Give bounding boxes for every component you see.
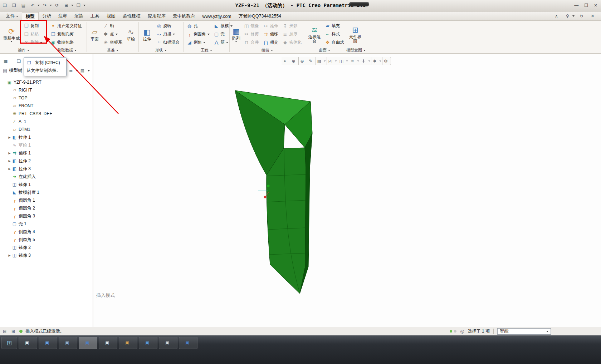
mirror-button[interactable]: ◫ 镜像 <box>242 22 261 30</box>
quick-access-button[interactable]: ❐ <box>76 3 85 8</box>
ribbon-tab[interactable]: 柔性建模 <box>119 12 144 20</box>
group-label-model-intent[interactable]: 模型意图 <box>345 47 367 53</box>
ribbon-tab[interactable]: 文件 <box>2 12 22 20</box>
statusbar-toggle-button[interactable]: ⊟ <box>3 329 8 334</box>
pattern-button[interactable]: ▦ 阵列 <box>231 22 241 47</box>
group-label-datum[interactable]: 基准 <box>87 47 138 53</box>
ribbon-tab[interactable]: 分析 <box>39 12 55 20</box>
ribbon-utility-button[interactable]: ⚲ <box>565 14 575 19</box>
solidify-button[interactable]: ◆ 实体化 <box>281 38 304 46</box>
tree-item[interactable]: ▶ ◧ 拉伸 2 <box>0 157 93 165</box>
thicken-button[interactable]: ≣ 加厚 <box>281 30 304 38</box>
tree-item[interactable]: ▶ ╭ 倒圆角 1 <box>0 196 93 204</box>
view-toolbar-button[interactable]: ✎ <box>307 57 316 65</box>
freestyle-button[interactable]: ❖ 自由式 <box>323 38 346 46</box>
quick-access-button[interactable]: ⟳ <box>54 3 61 8</box>
delete-button[interactable]: ✕ 删除 <box>22 38 44 46</box>
point-button[interactable]: ✱ 点 <box>101 30 124 38</box>
ribbon-tab[interactable]: 视图 <box>103 12 119 20</box>
plane-button[interactable]: ▱ 平面 <box>88 22 101 47</box>
copy-button[interactable]: ❐ 复制 <box>22 22 44 30</box>
tree-item[interactable]: ▶ ◫ 镜像 3 <box>0 251 93 259</box>
ribbon-tab[interactable]: 万老师QQ734482554 <box>235 12 285 20</box>
expand-arrow-icon[interactable]: ▶ <box>7 167 12 171</box>
quick-access-button[interactable]: ⊞ <box>64 3 73 8</box>
tree-item[interactable]: ▶ ◣ 拔模斜度 1 <box>0 188 93 196</box>
view-toolbar-button[interactable]: ❖ <box>371 57 382 65</box>
taskbar-app-button[interactable]: ▣ <box>99 337 117 349</box>
regenerate-button[interactable]: ⟳ 重新生成 <box>2 22 21 47</box>
group-label-operations[interactable]: 操作 <box>1 47 47 53</box>
ribbon-tab[interactable]: www.yzfjy.com <box>199 12 235 20</box>
udf-button[interactable]: ✦ 用户定义特征 <box>49 22 84 30</box>
maximize-button[interactable]: ❐ <box>584 3 588 8</box>
tree-item[interactable]: ▶ ╭ 倒圆角 5 <box>0 236 93 244</box>
tree-item[interactable]: ▶ ▱ RIGHT <box>0 86 93 94</box>
ribbon-tab[interactable]: 应用程序 <box>144 12 169 20</box>
selection-filter-dropdown[interactable]: 智能 <box>497 328 551 335</box>
minimize-button[interactable]: — <box>574 3 578 8</box>
statusbar-toggle-button[interactable]: ⊞ <box>11 329 16 334</box>
view-toolbar-button[interactable]: ◫ <box>338 57 349 65</box>
tree-filter-button[interactable]: ≔ <box>68 68 78 73</box>
view-toolbar-button[interactable]: ⌗ <box>349 57 360 65</box>
quick-access-button[interactable]: ↶ <box>30 3 40 8</box>
swept-blend-button[interactable]: ≈ 扫描混合 <box>155 38 181 46</box>
shrinkwrap-button[interactable]: ◉ 收缩包络 <box>49 38 84 46</box>
offset-button[interactable]: ⇉ 偏移 <box>262 30 280 38</box>
tree-item[interactable]: ▶ ∿ 草绘 1 <box>0 141 93 149</box>
taskbar-app-button[interactable]: ▣ <box>39 337 57 349</box>
sweep-button[interactable]: ↝ 扫描 <box>155 30 181 38</box>
expand-arrow-icon[interactable]: ▶ <box>7 136 12 139</box>
merge-button[interactable]: ⊓ 合并 <box>242 38 261 46</box>
intersect-button[interactable]: ⋂ 相交 <box>262 38 280 46</box>
tree-item[interactable]: ▶ ▱ FRONT <box>0 102 93 110</box>
ribbon-tab[interactable]: 工具 <box>87 12 103 20</box>
tree-item[interactable]: ▶ ╭ 倒圆角 3 <box>0 212 93 220</box>
ribbon-tab[interactable]: 云中帆教育 <box>169 12 199 20</box>
fill-button[interactable]: ▰ 填充 <box>323 22 346 30</box>
hole-button[interactable]: ◍ 孔 <box>185 22 211 30</box>
view-toolbar-button[interactable]: ▧ <box>316 57 327 65</box>
expand-arrow-icon[interactable]: ▶ <box>7 254 12 257</box>
ribbon-tab[interactable]: 注释 <box>55 12 71 20</box>
tree-item[interactable]: ▶ ✳ PRT_CSYS_DEF <box>0 110 93 118</box>
paste-button[interactable]: ❏ 粘贴 <box>22 30 44 38</box>
tree-item[interactable]: ▶ ◫ 镜像 2 <box>0 244 93 251</box>
view-toolbar-button[interactable]: ⊖ <box>299 57 307 65</box>
tree-item[interactable]: ▶ ▣ YZF-9-21.PRT <box>0 78 93 86</box>
tree-item[interactable]: ▶ ╭ 倒圆角 4 <box>0 228 93 236</box>
tree-item[interactable]: ▶ ◧ 拉伸 3 <box>0 165 93 173</box>
tree-item[interactable]: ▶ ⇉ 偏移 1 <box>0 149 93 157</box>
quick-access-button[interactable]: ↷ <box>42 3 52 8</box>
panel-toolbar-button[interactable]: ❏ <box>17 58 22 64</box>
3d-model-viewport[interactable] <box>93 54 601 327</box>
tree-item[interactable]: ▶ ◫ 镜像 1 <box>0 181 93 188</box>
tree-item[interactable]: ▶ ▱ DTM1 <box>0 126 93 133</box>
group-label-get-data[interactable]: 获取数据 <box>48 47 86 53</box>
taskbar-app-button[interactable]: ▣ <box>119 337 137 349</box>
taskbar-app-button[interactable]: ▣ <box>159 337 177 349</box>
group-label-editing[interactable]: 编辑 <box>230 47 304 53</box>
expand-arrow-icon[interactable]: ▶ <box>7 159 12 163</box>
group-label-shapes[interactable]: 形状 <box>139 47 183 53</box>
ribbon-utility-button[interactable]: ∧ <box>554 14 561 19</box>
close-button[interactable]: ✕ <box>594 3 597 8</box>
style-button[interactable]: ∽ 样式 <box>323 30 346 38</box>
project-button[interactable]: ↧ 投影 <box>281 22 304 30</box>
ribbon-tab[interactable]: 渲染 <box>71 12 87 20</box>
expand-arrow-icon[interactable]: ▶ <box>7 152 12 155</box>
graphics-area[interactable]: ⌖ ⊕ ⊖ ✎ ▧ ◰ ◫ <box>93 54 601 335</box>
boundary-blend-button[interactable]: ≋ 边界混合 <box>307 22 322 47</box>
revolve-button[interactable]: ◎ 旋转 <box>155 22 181 30</box>
group-label-engineering[interactable]: 工程 <box>184 47 229 53</box>
view-toolbar-button[interactable]: ⊕ <box>290 57 299 65</box>
component-interface-button[interactable]: ⊞ 元件界面 <box>346 22 365 47</box>
view-toolbar-button[interactable]: ✛ <box>360 57 371 65</box>
group-label-surfaces[interactable]: 曲面 <box>306 47 343 53</box>
round-button[interactable]: ╭ 倒圆角 <box>185 30 211 38</box>
copy-geometry-button[interactable]: ❒ 复制几何 <box>49 30 84 38</box>
ribbon-utility-button[interactable]: ↻ <box>579 14 586 19</box>
quick-access-button[interactable]: ❏ <box>2 3 9 8</box>
csys-button[interactable]: ✳ 坐标系 <box>101 38 124 46</box>
